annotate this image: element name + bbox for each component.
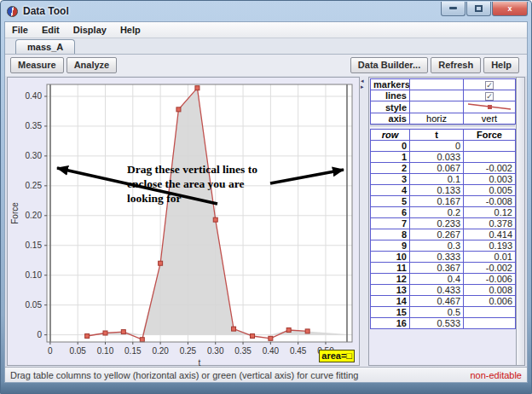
t-value-cell[interactable]: 0.1 [410,174,464,185]
data-point-marker[interactable] [85,334,90,339]
data-point-marker[interactable] [251,334,255,339]
row-number-cell[interactable]: 7 [371,218,410,229]
divider-collapse-icons[interactable]: ◂ ▸ [361,78,364,90]
force-value-cell[interactable]: 0.378 [464,218,516,229]
t-value-cell[interactable]: 0.433 [410,285,464,296]
row-number-cell[interactable]: 8 [371,229,410,240]
force-value-cell[interactable]: -0.002 [464,163,516,174]
close-button[interactable]: x [492,2,528,16]
force-value-cell[interactable]: 0.005 [464,185,516,196]
data-point-marker[interactable] [176,107,181,112]
force-value-cell[interactable] [464,152,516,163]
collapse-left-icon[interactable]: ◂ [361,78,364,84]
analyze-button[interactable]: Analyze [66,57,118,73]
t-column-header[interactable]: t [410,130,464,141]
markers-t-cell[interactable] [410,79,464,90]
row-number-cell[interactable]: 15 [371,307,410,318]
maximize-button[interactable] [466,2,491,16]
t-value-cell[interactable]: 0.067 [410,163,464,174]
lines-checkbox-checked[interactable]: ✓ [485,92,494,101]
t-value-cell[interactable]: 0.467 [410,296,464,307]
data-point-marker[interactable] [195,86,200,90]
t-value-cell[interactable]: 0.267 [410,229,464,240]
row-number-cell[interactable]: 9 [371,240,410,252]
refresh-button[interactable]: Refresh [431,57,481,73]
t-value-cell[interactable]: 0.367 [410,263,464,274]
menu-display[interactable]: Display [66,25,113,35]
t-value-cell[interactable]: 0.333 [410,252,464,263]
row-number-cell[interactable]: 10 [371,252,410,263]
row-number-cell[interactable]: 13 [371,285,410,296]
t-value-cell[interactable]: 0.533 [410,318,464,329]
chart-panel[interactable]: 00.050.100.150.200.250.300.350.400.450.5… [7,77,360,366]
force-value-cell[interactable]: 0.01 [464,252,516,263]
row-number-cell[interactable]: 14 [371,296,410,307]
data-point-marker[interactable] [286,328,291,333]
force-value-cell[interactable]: -0.006 [464,274,516,285]
t-value-cell[interactable]: 0.4 [410,274,464,285]
menu-file[interactable]: File [5,25,35,35]
force-value-cell[interactable]: 0.12 [464,207,516,218]
markers-force-cell[interactable]: ✓ [464,79,516,90]
menu-help[interactable]: Help [113,25,147,35]
data-point-marker[interactable] [140,338,144,342]
force-column-header[interactable]: Force [464,130,516,141]
force-value-cell[interactable]: -0.002 [464,263,516,274]
force-value-cell[interactable]: 0.414 [464,229,516,240]
style-t-cell[interactable] [410,101,464,113]
t-value-cell[interactable]: 0.3 [410,240,464,252]
force-vs-t-chart[interactable]: 00.050.100.150.200.250.300.350.400.450.5… [8,78,357,367]
row-number-cell[interactable]: 12 [371,274,410,285]
row-number-cell[interactable]: 6 [371,207,410,218]
axis-horiz-cell[interactable]: horiz [410,113,464,125]
force-value-cell[interactable]: 0.193 [464,240,516,252]
row-number-cell[interactable]: 16 [371,318,410,329]
force-value-cell[interactable]: 0.006 [464,296,516,307]
minimize-button[interactable] [441,2,466,16]
t-value-cell[interactable]: 0.5 [410,307,464,318]
tab-mass-a[interactable]: mass_A [15,39,75,54]
t-value-cell[interactable]: 0.133 [410,185,464,196]
data-point-marker[interactable] [213,217,217,222]
force-value-cell[interactable]: -0.008 [464,196,516,207]
t-value-cell[interactable]: 0 [410,141,464,152]
row-number-cell[interactable]: 1 [371,152,410,163]
measure-button[interactable]: Measure [10,57,64,73]
table-scrollbar[interactable] [516,78,524,365]
t-value-cell[interactable]: 0.233 [410,218,464,229]
collapse-right-icon[interactable]: ▸ [361,84,364,90]
row-number-cell[interactable]: 3 [371,174,410,185]
lines-t-cell[interactable] [410,90,464,101]
window-controls: x [440,2,528,16]
t-value-cell[interactable]: 0.2 [410,207,464,218]
row-number-cell[interactable]: 5 [371,196,410,207]
row-number-cell[interactable]: 4 [371,185,410,196]
force-value-cell[interactable] [464,318,516,329]
row-number-cell[interactable]: 11 [371,263,410,274]
markers-checkbox-checked[interactable]: ✓ [485,81,494,90]
style-label: style [371,101,410,113]
menu-edit[interactable]: Edit [35,25,66,35]
axis-vert-cell[interactable]: vert [464,113,516,125]
data-point-marker[interactable] [103,331,107,335]
svg-text:0.40: 0.40 [26,91,43,101]
row-column-header[interactable]: row [371,130,410,141]
force-value-cell[interactable] [464,141,516,152]
help-button[interactable]: Help [483,57,519,73]
split-pane-divider[interactable]: ◂ ▸ [360,76,368,367]
t-value-cell[interactable]: 0.167 [410,196,464,207]
data-builder-button[interactable]: Data Builder... [350,57,428,73]
data-point-marker[interactable] [305,329,309,333]
force-value-cell[interactable]: 0.003 [464,174,516,185]
lines-force-cell[interactable]: ✓ [464,90,516,101]
data-point-marker[interactable] [121,330,125,334]
data-point-marker[interactable] [232,327,236,331]
data-point-marker[interactable] [269,336,273,340]
style-force-cell[interactable] [464,101,516,113]
force-value-cell[interactable] [464,307,516,318]
data-point-marker[interactable] [159,261,163,265]
t-value-cell[interactable]: 0.033 [410,152,464,163]
row-number-cell[interactable]: 0 [371,141,410,152]
force-value-cell[interactable]: 0.008 [464,285,516,296]
row-number-cell[interactable]: 2 [371,163,410,174]
